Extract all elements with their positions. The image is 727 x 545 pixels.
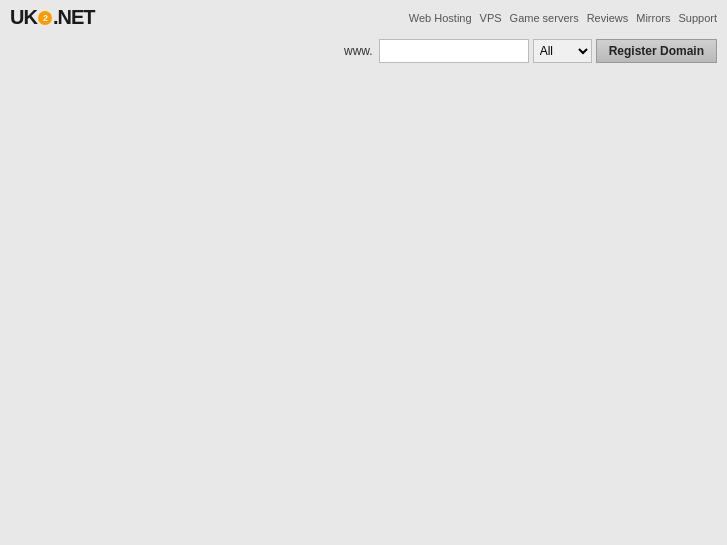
nav-vps[interactable]: VPS (480, 12, 502, 24)
nav-support[interactable]: Support (678, 12, 717, 24)
www-label: www. (344, 44, 373, 58)
register-domain-button[interactable]: Register Domain (596, 39, 717, 63)
tld-select[interactable]: All .com .net .org .co.uk .uk (533, 39, 592, 63)
nav-reviews[interactable]: Reviews (587, 12, 629, 24)
nav-web-hosting[interactable]: Web Hosting (409, 12, 472, 24)
logo-circle-icon (38, 11, 52, 25)
main-content (0, 69, 727, 89)
main-nav: Web Hosting VPS Game servers Reviews Mir… (409, 12, 717, 24)
domain-input[interactable] (379, 39, 529, 63)
logo-uk-text: UK (10, 6, 37, 29)
logo: UK.NET (10, 6, 94, 29)
logo-text: UK.NET (10, 6, 94, 29)
domain-bar: www. All .com .net .org .co.uk .uk Regis… (0, 33, 727, 69)
logo-net-text: .NET (53, 6, 95, 29)
nav-mirrors[interactable]: Mirrors (636, 12, 670, 24)
nav-game-servers[interactable]: Game servers (510, 12, 579, 24)
header: UK.NET Web Hosting VPS Game servers Revi… (0, 0, 727, 33)
